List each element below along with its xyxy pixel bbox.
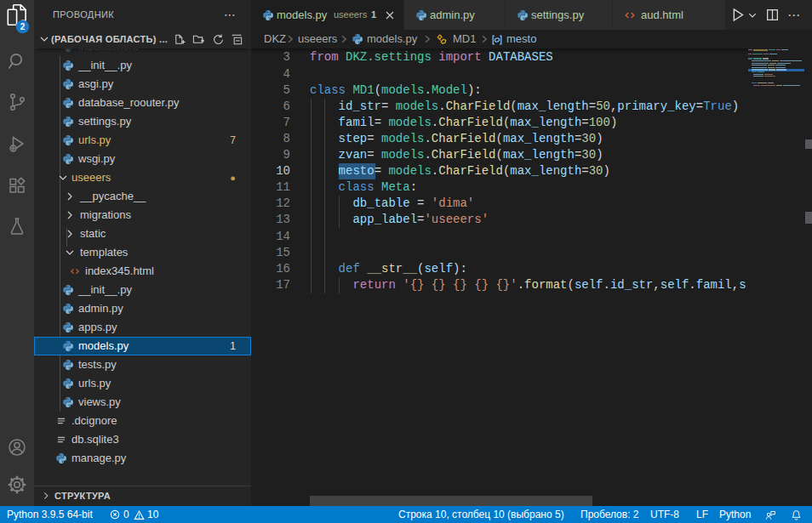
svg-text:2: 2 <box>20 22 26 31</box>
